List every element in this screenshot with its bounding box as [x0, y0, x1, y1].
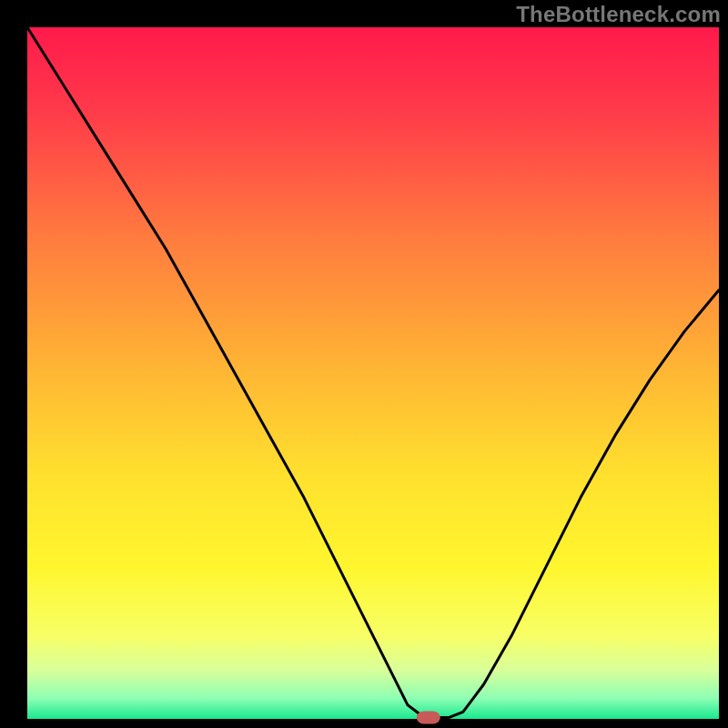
bottleneck-chart [0, 0, 728, 728]
watermark-label: TheBottleneck.com [516, 2, 721, 27]
optimal-point-marker [417, 711, 440, 723]
chart-container: TheBottleneck.com [0, 0, 728, 728]
plot-background [27, 27, 719, 719]
